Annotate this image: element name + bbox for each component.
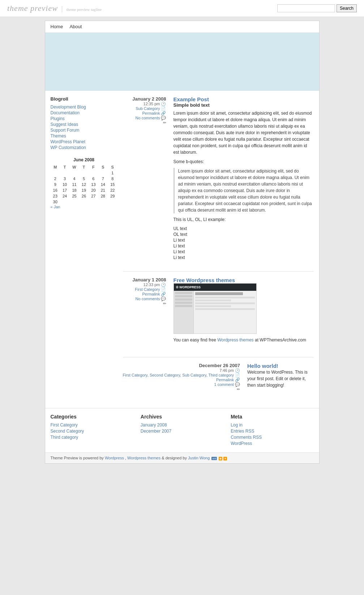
wp-ss-line <box>195 305 231 307</box>
cal-row: 2345678 <box>51 176 117 182</box>
sidebar-link-wpplanet[interactable]: WordPress Planet <box>51 139 117 144</box>
post-1-comments-link[interactable]: No comments <box>136 116 160 120</box>
wordpress-themes-link[interactable]: Wordpress themes <box>217 337 253 343</box>
sidebar-link-themes[interactable]: Themes <box>51 133 117 139</box>
post-1-permalink: Permalink 🔗 <box>123 111 166 116</box>
footer-wordpress-link[interactable]: Wordpress <box>105 456 124 460</box>
meta-entries-link[interactable]: Entries RSS <box>231 429 313 434</box>
search-form: Search <box>277 4 357 12</box>
sidebar-link-wpcustom[interactable]: WP Customization <box>51 145 117 150</box>
xml-icon: xml <box>211 457 217 460</box>
archive-jan2008[interactable]: January 2008 <box>141 422 223 428</box>
post-3-time: 7:46 pm 🕑 <box>123 368 240 373</box>
category-link-second[interactable]: Second Category <box>51 429 133 434</box>
main-content: January 2 2008 12:35 pm 🕑 Sub Category 📄… <box>123 96 314 403</box>
post-3-cat1[interactable]: First Category <box>123 373 147 377</box>
meta-login[interactable]: Log in <box>231 422 313 428</box>
post-2-comments: No comments 💬 <box>123 297 166 301</box>
post-1-title-link[interactable]: Example Post <box>174 96 209 102</box>
post-3-comments-link[interactable]: 1 comment <box>214 382 234 387</box>
calendar-prev-link[interactable]: « Jan <box>51 205 60 209</box>
post-2-category: First Category 📄 <box>123 287 166 292</box>
footer-middle: & designed by <box>162 456 188 460</box>
search-input[interactable] <box>277 4 335 12</box>
wp-logo-text: ♔ WORDPRESS <box>176 285 201 289</box>
wp-screenshot-body <box>174 291 256 333</box>
list-item: Li text <box>174 243 314 249</box>
post-1-permalink-link[interactable]: Permalink <box>142 111 160 115</box>
meta-widget-title: Meta <box>231 414 313 420</box>
post-1-paragraph: Lorem ipsum dolor sit amet, consectetur … <box>174 110 314 156</box>
header-branding: theme preview | theme preview tagline <box>7 4 102 13</box>
post-1-category: Sub Category 📄 <box>123 106 166 111</box>
post-3-cat4[interactable]: Third category <box>209 373 234 377</box>
calendar-table: M T W T F S S 1 <box>51 164 117 205</box>
post-1-category-link[interactable]: Sub Category <box>136 106 160 111</box>
cal-header: S <box>98 164 108 170</box>
post-1-layout: January 2 2008 12:35 pm 🕑 Sub Category 📄… <box>123 96 314 260</box>
wp-ss-item <box>175 292 192 294</box>
blogroll-links: Development Blog Documentation Plugins S… <box>51 105 117 150</box>
post-2-category-link[interactable]: First Category <box>135 287 160 292</box>
main-nav: Home About <box>45 21 319 33</box>
post-2: January 1 2008 12:33 pm 🕑 First Category… <box>123 277 314 346</box>
footer-themes-link[interactable]: Wordpress themes <box>127 456 160 460</box>
cal-header: F <box>89 164 98 170</box>
category-link-first[interactable]: First Category <box>51 422 133 428</box>
post-2-title: Free Wordpress themes <box>174 277 314 283</box>
post-2-comments-link[interactable]: No comments <box>136 297 160 301</box>
sidebar-link-support[interactable]: Support Forum <box>51 128 117 133</box>
post-3-body: Hello world! Welcome to WordPress. This … <box>244 363 314 392</box>
footer-designer-link[interactable]: Justin Wong <box>188 456 210 460</box>
sidebar-link-plugins[interactable]: Plugins <box>51 116 117 121</box>
footer-text: Theme Preview is powered by <box>51 456 105 460</box>
post-3-category: First Category, Second Category, Sub Cat… <box>123 373 240 378</box>
post-1-time: 12:35 pm 🕑 <box>123 102 166 106</box>
sidebar-link-suggest[interactable]: Suggest Ideas <box>51 122 117 127</box>
wp-ss-title <box>195 292 243 295</box>
post-2-permalink: Permalink 🔗 <box>123 292 166 297</box>
page-header: theme preview | theme preview tagline Se… <box>0 0 364 17</box>
post-2-permalink-link[interactable]: Permalink <box>142 292 160 296</box>
search-button[interactable]: Search <box>337 4 357 12</box>
post-2-title-link[interactable]: Free Wordpress themes <box>174 277 235 283</box>
cal-header: M <box>51 164 60 170</box>
post-1-meta: January 2 2008 12:35 pm 🕑 Sub Category 📄… <box>123 96 166 260</box>
post-3-cat2[interactable]: Second Category <box>150 373 180 377</box>
category-link-third[interactable]: Third category <box>51 435 133 440</box>
list-item: OL text <box>174 231 314 237</box>
wp-ss-content <box>194 291 256 333</box>
post-1-list-label: This is UL, OL, LI example: <box>174 216 314 223</box>
archive-dec2007[interactable]: December 2007 <box>141 429 223 434</box>
nav-home[interactable]: Home <box>51 24 63 29</box>
post-1: January 2 2008 12:35 pm 🕑 Sub Category 📄… <box>123 96 314 260</box>
content-wrapper: Blogroll Development Blog Documentation … <box>45 91 319 408</box>
meta-comments-link[interactable]: Comments RSS <box>231 435 313 440</box>
cal-header: W <box>69 164 79 170</box>
post-1-date: January 2 2008 <box>123 96 166 102</box>
cal-header: T <box>60 164 69 170</box>
wp-ss-sidebar <box>174 291 194 333</box>
cal-row: 16171819202122 <box>51 187 117 193</box>
post-3: December 26 2007 7:46 pm 🕑 First Categor… <box>123 363 314 392</box>
banner-image <box>45 33 319 91</box>
sidebar-link-docs[interactable]: Documentation <box>51 110 117 115</box>
calendar-prev: « Jan <box>51 205 117 209</box>
post-3-title-link[interactable]: Hello world! <box>247 363 278 369</box>
rss-orange-icon: ★ <box>223 457 227 460</box>
categories-widget: Categories First Category Second Categor… <box>51 414 133 447</box>
post-2-edit: ✏ <box>123 301 166 306</box>
meta-wordpress[interactable]: WordPress <box>231 441 313 446</box>
cal-row: 1 <box>51 170 117 176</box>
post-3-permalink-link[interactable]: Permalink <box>216 378 234 382</box>
sidebar-link-devblog[interactable]: Development Blog <box>51 105 117 110</box>
wp-ss-line <box>195 308 255 310</box>
wp-ss-line <box>195 302 255 304</box>
post-2-date: January 1 2008 <box>123 277 166 282</box>
post-1-blockquote: Lorem ipsum dolor sit amet, consectetur … <box>174 168 314 213</box>
nav-about[interactable]: About <box>69 24 82 29</box>
main-wrapper: Home About Blogroll Development Blog Doc… <box>45 21 320 464</box>
categories-widget-title: Categories <box>51 414 133 420</box>
post-2-time: 12:33 pm 🕑 <box>123 282 166 287</box>
post-3-cat3[interactable]: Sub Category <box>182 373 206 377</box>
